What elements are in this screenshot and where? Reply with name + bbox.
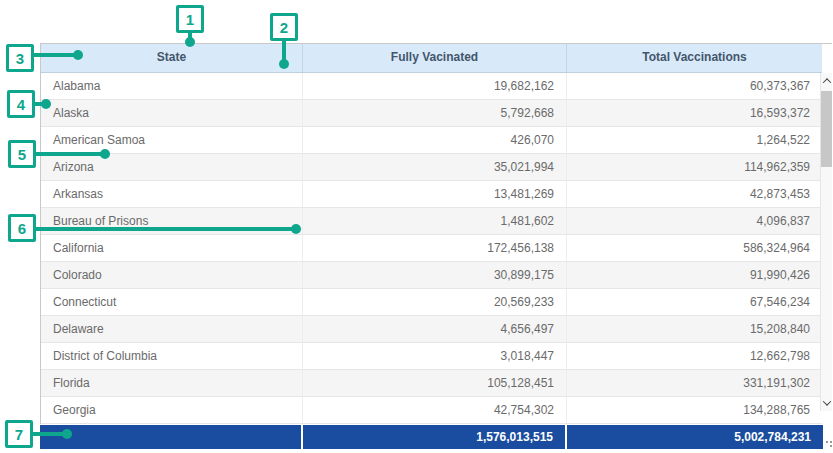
cell-fully-vaccinated: 172,456,138 — [302, 235, 566, 261]
callout-6: 6 — [8, 214, 36, 242]
callout-6-line — [35, 227, 293, 231]
callout-5-line — [35, 152, 103, 156]
vertical-scrollbar[interactable] — [820, 73, 832, 411]
callout-5-dot — [100, 149, 110, 159]
callout-7-dot — [62, 429, 72, 439]
cell-fully-vaccinated: 4,656,497 — [302, 316, 566, 342]
cell-state: Arkansas — [41, 181, 302, 207]
cell-total-vaccinations: 134,288,765 — [566, 397, 822, 423]
cell-total-vaccinations: 586,324,964 — [566, 235, 822, 261]
table-row[interactable]: American Samoa426,0701,264,522 — [41, 127, 822, 154]
cell-state: California — [41, 235, 302, 261]
table-body: Alabama19,682,16260,373,367Alaska5,792,6… — [41, 73, 822, 424]
cell-fully-vaccinated: 3,018,447 — [302, 343, 566, 369]
cell-total-vaccinations: 60,373,367 — [566, 73, 822, 99]
callout-3: 3 — [6, 44, 34, 72]
callout-4-dot — [41, 99, 51, 109]
cell-state: Delaware — [41, 316, 302, 342]
summary-fully-vaccinated-cell: 1,576,013,515 — [303, 425, 565, 449]
cell-total-vaccinations: 1,264,522 — [566, 127, 822, 153]
callout-6-dot — [291, 224, 301, 234]
chevron-down-icon — [822, 397, 830, 405]
cell-fully-vaccinated: 20,569,233 — [302, 289, 566, 315]
table-row[interactable]: Florida105,128,451331,191,302 — [41, 370, 822, 397]
scroll-down-button[interactable] — [821, 395, 832, 411]
cell-state: Georgia — [41, 397, 302, 423]
cell-fully-vaccinated: 1,481,602 — [302, 208, 566, 234]
cell-total-vaccinations: 16,593,372 — [566, 100, 822, 126]
resize-grip-icon[interactable] — [826, 441, 828, 443]
callout-5: 5 — [8, 140, 36, 168]
cell-state: Colorado — [41, 262, 302, 288]
scroll-up-button[interactable] — [821, 73, 832, 89]
callout-2-line — [282, 40, 286, 61]
cell-fully-vaccinated: 5,792,668 — [302, 100, 566, 126]
cell-fully-vaccinated: 426,070 — [302, 127, 566, 153]
cell-fully-vaccinated: 19,682,162 — [302, 73, 566, 99]
table-row[interactable]: California172,456,138586,324,964 — [41, 235, 822, 262]
cell-fully-vaccinated: 30,899,175 — [302, 262, 566, 288]
cell-total-vaccinations: 67,546,234 — [566, 289, 822, 315]
table-row[interactable]: Arkansas13,481,26942,873,453 — [41, 181, 822, 208]
callout-7-line — [32, 432, 64, 436]
callout-3-dot — [73, 50, 83, 60]
callout-4: 4 — [7, 90, 35, 118]
cell-fully-vaccinated: 35,021,994 — [302, 154, 566, 180]
table-element: State Fully Vacinated Total Vaccinations… — [40, 43, 832, 424]
summary-state-cell — [40, 425, 301, 449]
column-header-fully-vaccinated[interactable]: Fully Vacinated — [302, 44, 566, 72]
summary-row: 1,576,013,515 5,002,784,231 — [40, 425, 823, 449]
cell-fully-vaccinated: 13,481,269 — [302, 181, 566, 207]
cell-fully-vaccinated: 42,754,302 — [302, 397, 566, 423]
chevron-up-icon — [822, 78, 830, 86]
cell-total-vaccinations: 4,096,837 — [566, 208, 822, 234]
callout-3-line — [33, 53, 75, 57]
cell-state: District of Columbia — [41, 343, 302, 369]
cell-state: Alaska — [41, 100, 302, 126]
cell-state: American Samoa — [41, 127, 302, 153]
callout-2: 2 — [270, 13, 298, 41]
cell-total-vaccinations: 12,662,798 — [566, 343, 822, 369]
cell-state: Arizona — [41, 154, 302, 180]
summary-total-vaccinations-cell: 5,002,784,231 — [567, 425, 823, 449]
table-header: State Fully Vacinated Total Vaccinations — [41, 44, 822, 73]
table-row[interactable]: Alabama19,682,16260,373,367 — [41, 73, 822, 100]
table-row[interactable]: Connecticut20,569,23367,546,234 — [41, 289, 822, 316]
cell-total-vaccinations: 91,990,426 — [566, 262, 822, 288]
callout-2-dot — [279, 59, 289, 69]
cell-state: Alabama — [41, 73, 302, 99]
cell-state: Connecticut — [41, 289, 302, 315]
table-row[interactable]: Arizona35,021,994114,962,359 — [41, 154, 822, 181]
cell-fully-vaccinated: 105,128,451 — [302, 370, 566, 396]
callout-1-dot — [185, 37, 195, 47]
callout-1: 1 — [176, 5, 204, 33]
table-row[interactable]: Colorado30,899,17591,990,426 — [41, 262, 822, 289]
scrollbar-thumb[interactable] — [821, 91, 832, 167]
table-row[interactable]: Alaska5,792,66816,593,372 — [41, 100, 822, 127]
column-header-total-vaccinations[interactable]: Total Vaccinations — [566, 44, 822, 72]
table-row[interactable]: District of Columbia3,018,44712,662,798 — [41, 343, 822, 370]
table-row[interactable]: Georgia42,754,302134,288,765 — [41, 397, 822, 424]
table-row[interactable]: Delaware4,656,49715,208,840 — [41, 316, 822, 343]
cell-total-vaccinations: 15,208,840 — [566, 316, 822, 342]
cell-total-vaccinations: 114,962,359 — [566, 154, 822, 180]
callout-7: 7 — [5, 420, 33, 448]
cell-total-vaccinations: 331,191,302 — [566, 370, 822, 396]
cell-state: Florida — [41, 370, 302, 396]
annotated-table-screenshot: State Fully Vacinated Total Vaccinations… — [0, 0, 833, 453]
cell-total-vaccinations: 42,873,453 — [566, 181, 822, 207]
